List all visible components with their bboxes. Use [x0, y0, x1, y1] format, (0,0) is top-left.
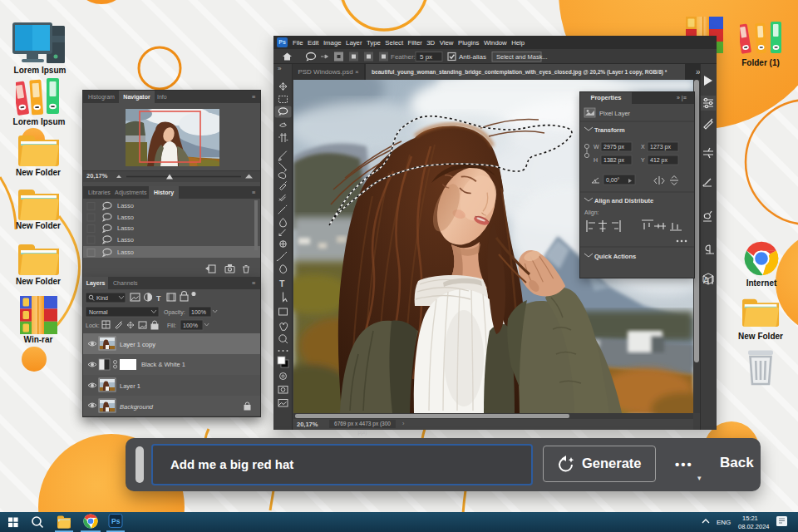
- svg-text:H: H: [594, 157, 598, 163]
- svg-text:2975 px: 2975 px: [603, 144, 624, 150]
- svg-text:T: T: [279, 278, 285, 288]
- svg-text:ENG: ENG: [717, 519, 731, 526]
- svg-text:Align and Distribute: Align and Distribute: [594, 197, 653, 204]
- svg-text:W: W: [594, 144, 599, 150]
- svg-text:Transform: Transform: [594, 126, 625, 134]
- svg-text:1273 px: 1273 px: [650, 144, 671, 150]
- svg-text:Select and Mask...: Select and Mask...: [496, 53, 548, 61]
- svg-text:Y: Y: [641, 157, 645, 163]
- svg-text:Layer 1: Layer 1: [120, 382, 140, 390]
- svg-text:Lasso: Lasso: [117, 236, 134, 244]
- svg-text:Kind: Kind: [96, 295, 108, 301]
- svg-text:Lock:: Lock:: [86, 323, 100, 328]
- svg-text:Quick Actions: Quick Actions: [594, 253, 636, 260]
- svg-text:Opacity:: Opacity:: [164, 309, 185, 316]
- svg-text:100%: 100%: [183, 323, 198, 328]
- svg-text:Anti-alias: Anti-alias: [459, 53, 486, 61]
- svg-text:Lasso: Lasso: [117, 224, 134, 232]
- svg-text:08.02.2024: 08.02.2024: [738, 523, 770, 530]
- svg-text:5 px: 5 px: [420, 53, 432, 61]
- svg-text:Lasso: Lasso: [117, 214, 134, 221]
- svg-text:15:21: 15:21: [742, 515, 758, 522]
- svg-text:100%: 100%: [191, 309, 206, 315]
- svg-text:Pixel Layer: Pixel Layer: [599, 110, 631, 117]
- svg-text:Background: Background: [120, 403, 154, 411]
- svg-text:Align:: Align:: [584, 209, 599, 216]
- svg-text:412 px: 412 px: [650, 157, 668, 164]
- svg-text:T: T: [156, 294, 161, 303]
- svg-text:Layer 1 copy: Layer 1 copy: [120, 341, 155, 348]
- svg-text:Fill:: Fill:: [167, 323, 176, 328]
- svg-text:Ps: Ps: [111, 517, 121, 525]
- svg-text:Lasso: Lasso: [117, 202, 134, 209]
- svg-text:0,00°: 0,00°: [606, 177, 620, 183]
- svg-text:Black & White 1: Black & White 1: [141, 361, 185, 368]
- svg-text:A: A: [703, 276, 709, 285]
- svg-text:Feather:: Feather:: [391, 53, 416, 61]
- svg-text:Normal: Normal: [89, 309, 108, 315]
- svg-text:X: X: [641, 144, 645, 150]
- svg-text:1382 px: 1382 px: [603, 157, 624, 164]
- svg-text:Lasso: Lasso: [117, 249, 134, 256]
